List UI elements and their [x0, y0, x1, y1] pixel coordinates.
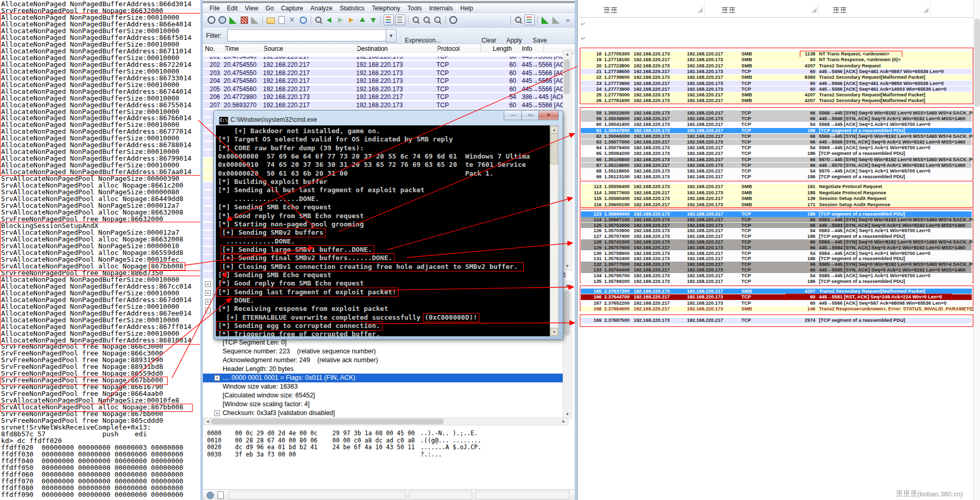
- column-header-length[interactable]: Length: [493, 45, 512, 52]
- menu-tools[interactable]: Tools: [404, 5, 426, 12]
- tree-expand-icon[interactable]: -: [205, 308, 211, 313]
- packet-list-scrollbar[interactable]: ▲ ▼: [563, 50, 572, 270]
- detail-row[interactable]: Header Length: 20 bytes: [203, 365, 568, 374]
- autoscroll-icon[interactable]: [395, 15, 405, 25]
- save-file-icon[interactable]: [277, 16, 286, 24]
- go-top-icon[interactable]: [358, 16, 367, 24]
- packet-list-header[interactable]: No.TimeSourceDestinationProtocolLengthIn…: [203, 44, 575, 53]
- menu-go[interactable]: Go: [262, 5, 277, 12]
- close-button[interactable]: ✕: [538, 111, 559, 120]
- stop-capture-icon[interactable]: [240, 16, 248, 24]
- filter-input[interactable]: [227, 29, 386, 41]
- capture-filter-icon[interactable]: [514, 16, 523, 24]
- debug-line: AllocateNonPaged NonPagedBufferSize:0001…: [1, 303, 179, 310]
- menu-capture[interactable]: Capture: [277, 5, 307, 12]
- colorize-icon[interactable]: [384, 15, 394, 25]
- packet-row[interactable]: 20520.4754560192.168.220.217192.168.220.…: [203, 85, 565, 92]
- minimize-button[interactable]: —: [504, 111, 522, 120]
- cmd-annotation-box: [216, 288, 399, 297]
- details-hscrollbar[interactable]: ◄ ►: [203, 418, 568, 425]
- ribbon-dialog-launcher[interactable]: [923, 7, 928, 12]
- cmd-titlebar[interactable]: C:\ C:\Windows\system32\cmd.exe: [219, 116, 317, 125]
- green-filter-icon[interactable]: [541, 16, 550, 24]
- cjk-char: [833, 7, 839, 13]
- zoom-out-icon[interactable]: [422, 16, 431, 24]
- hex-b: 24 be 6f 4a 10 43 50 11: [332, 444, 415, 451]
- packet-row[interactable]: 20720.5693270192.168.220.217192.168.220.…: [203, 102, 565, 108]
- word-packet-row: 1682.37684600192.168.220.217192.168.220.…: [581, 306, 972, 312]
- menu-analyze[interactable]: Analyze: [307, 5, 337, 12]
- toolbar-overflow-chevron[interactable]: »: [566, 16, 569, 24]
- expert-info-icon[interactable]: [207, 492, 214, 499]
- word-packet-group-3: 1131.35556400192.168.220.173192.168.220.…: [580, 181, 973, 208]
- menu-edit[interactable]: Edit: [223, 5, 241, 12]
- clear-button[interactable]: Clear: [481, 37, 496, 44]
- cmd-line: DONE.: [218, 297, 254, 304]
- packet-row[interactable]: 20420.4754560192.168.220.217192.168.220.…: [203, 77, 565, 84]
- hex-dump-pane[interactable]: 000000 0c 29 d0 2d 4e 00 0c29 97 3b 1a 0…: [203, 426, 568, 489]
- menu-file[interactable]: File: [206, 5, 223, 12]
- cmd-console[interactable]: [+] Backdoor not installed, game on.[*] …: [216, 125, 550, 336]
- detail-row[interactable]: Acknowledgment number: 249 (relative ack…: [203, 356, 568, 365]
- expression-button[interactable]: Expression...: [405, 37, 441, 44]
- packet-row[interactable]: 20220.4754550192.168.220.217192.168.220.…: [203, 61, 565, 68]
- detail-row[interactable]: [Window size scaling factor: 4]: [203, 400, 568, 409]
- detail-row[interactable]: +Checksum: 0x3af3 [validation disabled]: [203, 409, 568, 418]
- go-forward-icon[interactable]: [336, 16, 345, 24]
- detail-row[interactable]: [TCP Segment Len: 0]: [203, 338, 568, 347]
- word-scrollbar[interactable]: [973, 0, 980, 500]
- detail-row[interactable]: +.... 0000 0001 0001 = Flags: 0x011 (FIN…: [203, 374, 568, 382]
- column-header-destination[interactable]: Destination: [357, 45, 388, 52]
- menu-internals[interactable]: Internals: [426, 5, 457, 12]
- capture-options-icon[interactable]: [218, 16, 227, 24]
- menu-telephony[interactable]: Telephony: [368, 5, 404, 12]
- ribbon-dialog-launcher[interactable]: [697, 7, 703, 12]
- column-header-info[interactable]: Info: [522, 45, 532, 52]
- debug-line: ffdff070 00000000 00000000 00000000 0000…: [1, 478, 183, 484]
- tree-expand-icon[interactable]: +: [205, 299, 211, 305]
- go-back-icon[interactable]: [325, 16, 334, 24]
- menu-view[interactable]: View: [241, 5, 262, 12]
- go-to-packet-icon[interactable]: [347, 16, 356, 24]
- detail-row[interactable]: Sequence number: 223 (relative sequence …: [203, 347, 568, 356]
- close-file-icon[interactable]: ✕: [288, 16, 297, 24]
- column-header-no[interactable]: No.: [205, 45, 215, 52]
- find-packet-icon[interactable]: [314, 16, 323, 24]
- maximize-button[interactable]: ▭: [521, 111, 539, 120]
- coloring-rules-icon[interactable]: [524, 15, 535, 25]
- prefs-filter-icon[interactable]: [552, 16, 561, 24]
- tree-expand-icon[interactable]: +: [205, 281, 211, 287]
- ribbon-dialog-launcher[interactable]: [811, 7, 816, 12]
- start-capture-icon[interactable]: [229, 16, 238, 24]
- cmd-scrollbar[interactable]: ▲ ▼: [550, 125, 559, 336]
- detail-row[interactable]: Window size value: 16363: [203, 382, 568, 391]
- restart-capture-icon[interactable]: [251, 16, 259, 24]
- go-bottom-icon[interactable]: [369, 16, 377, 24]
- column-header-protocol[interactable]: Protocol: [437, 45, 460, 52]
- packet-row[interactable]: 20620.4772880192.168.220.173192.168.220.…: [203, 93, 565, 100]
- tree-expand-icon[interactable]: +: [205, 290, 211, 296]
- menu-statistics[interactable]: Statistics: [336, 5, 368, 12]
- packet-row[interactable]: 20320.4754550192.168.220.217192.168.220.…: [203, 69, 565, 76]
- tree-expand-icon[interactable]: +: [214, 410, 220, 416]
- column-header-time[interactable]: Time: [225, 45, 239, 52]
- zoom-100-icon[interactable]: [433, 16, 442, 24]
- packet-row[interactable]: 20120.4754540192.168.220.217192.168.220.…: [203, 53, 565, 60]
- apply-button[interactable]: Apply: [506, 37, 522, 44]
- debug-line: AllocateNonPaged NonPagedBufferSize:0001…: [1, 290, 179, 296]
- cjk-char: [611, 7, 617, 13]
- detail-row[interactable]: [Calculated window size: 65452]: [203, 391, 568, 400]
- filter-dropdown-button[interactable]: ▼: [386, 29, 397, 42]
- column-header-source[interactable]: Source: [264, 45, 283, 52]
- zoom-in-icon[interactable]: [412, 16, 420, 24]
- save-button[interactable]: Save: [533, 37, 547, 44]
- menu-help[interactable]: Help: [457, 5, 477, 12]
- list-interfaces-icon[interactable]: [207, 16, 216, 24]
- open-file-icon[interactable]: [266, 16, 275, 24]
- cmd-annotation-box: [216, 321, 383, 331]
- word-packet-group-2: 581.35022600192.168.220.173192.168.220.2…: [580, 107, 973, 180]
- details-scrollbar[interactable]: ▲ ▼: [563, 281, 572, 419]
- tree-expand-icon[interactable]: +: [214, 375, 220, 381]
- reload-icon[interactable]: [299, 16, 308, 24]
- resize-columns-icon[interactable]: [449, 16, 458, 24]
